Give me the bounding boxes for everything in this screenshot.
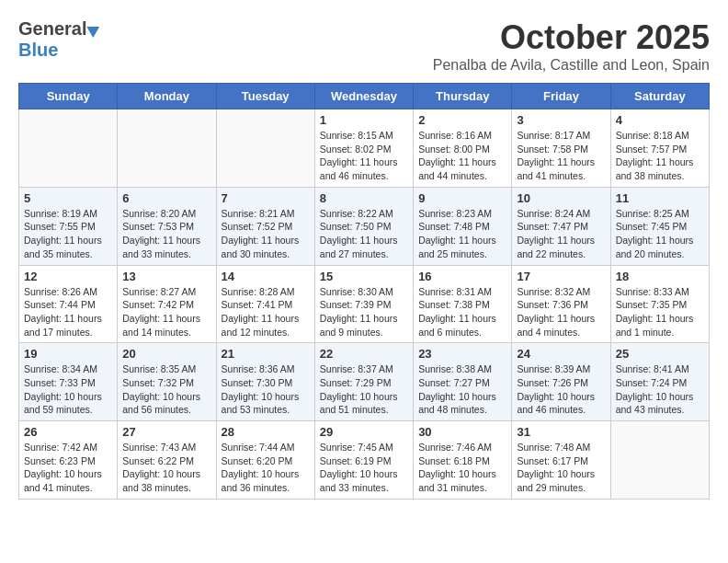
day-number: 9 — [418, 191, 506, 205]
weekday-header-wednesday: Wednesday — [314, 84, 413, 109]
weekday-header-saturday: Saturday — [610, 84, 709, 109]
day-info: Sunrise: 8:20 AM Sunset: 7:53 PM Dayligh… — [122, 207, 210, 261]
day-number: 22 — [320, 347, 408, 361]
day-number: 23 — [418, 347, 506, 361]
day-info: Sunrise: 7:44 AM Sunset: 6:20 PM Dayligh… — [222, 441, 310, 495]
day-number: 11 — [616, 191, 704, 205]
day-info: Sunrise: 8:24 AM Sunset: 7:47 PM Dayligh… — [517, 207, 605, 261]
day-info: Sunrise: 8:25 AM Sunset: 7:45 PM Dayligh… — [616, 207, 704, 261]
day-number: 13 — [122, 270, 210, 283]
calendar-cell: 12Sunrise: 8:26 AM Sunset: 7:44 PM Dayli… — [19, 265, 118, 343]
day-info: Sunrise: 7:42 AM Sunset: 6:23 PM Dayligh… — [24, 441, 112, 495]
day-info: Sunrise: 8:28 AM Sunset: 7:41 PM Dayligh… — [222, 285, 310, 339]
day-info: Sunrise: 8:15 AM Sunset: 8:02 PM Dayligh… — [320, 129, 408, 183]
day-number: 30 — [418, 425, 506, 439]
calendar-cell: 7Sunrise: 8:21 AM Sunset: 7:52 PM Daylig… — [216, 187, 314, 265]
day-info: Sunrise: 8:41 AM Sunset: 7:24 PM Dayligh… — [616, 362, 704, 417]
calendar-cell — [216, 109, 314, 188]
day-info: Sunrise: 8:33 AM Sunset: 7:35 PM Dayligh… — [616, 285, 704, 339]
day-info: Sunrise: 8:26 AM Sunset: 7:44 PM Dayligh… — [24, 285, 112, 339]
calendar-cell: 24Sunrise: 8:39 AM Sunset: 7:26 PM Dayli… — [512, 343, 610, 421]
day-number: 4 — [616, 113, 704, 127]
day-number: 16 — [418, 270, 506, 283]
calendar-cell: 6Sunrise: 8:20 AM Sunset: 7:53 PM Daylig… — [118, 187, 216, 265]
calendar-cell: 11Sunrise: 8:25 AM Sunset: 7:45 PM Dayli… — [610, 187, 709, 265]
calendar-cell: 2Sunrise: 8:16 AM Sunset: 8:00 PM Daylig… — [414, 109, 512, 188]
calendar-cell: 27Sunrise: 7:43 AM Sunset: 6:22 PM Dayli… — [118, 421, 216, 500]
day-number: 6 — [122, 191, 210, 205]
calendar-cell: 26Sunrise: 7:42 AM Sunset: 6:23 PM Dayli… — [19, 421, 118, 500]
calendar-cell — [610, 421, 709, 500]
day-info: Sunrise: 8:16 AM Sunset: 8:00 PM Dayligh… — [418, 129, 506, 183]
calendar-cell: 1Sunrise: 8:15 AM Sunset: 8:02 PM Daylig… — [314, 109, 413, 188]
day-info: Sunrise: 8:37 AM Sunset: 7:29 PM Dayligh… — [320, 362, 408, 417]
weekday-header-sunday: Sunday — [19, 84, 118, 109]
day-info: Sunrise: 8:34 AM Sunset: 7:33 PM Dayligh… — [24, 362, 112, 417]
calendar-cell: 31Sunrise: 7:48 AM Sunset: 6:17 PM Dayli… — [512, 421, 610, 500]
day-info: Sunrise: 7:45 AM Sunset: 6:19 PM Dayligh… — [320, 441, 408, 495]
month-title: October 2025 — [433, 18, 710, 57]
day-info: Sunrise: 8:35 AM Sunset: 7:32 PM Dayligh… — [122, 362, 210, 417]
calendar-cell: 23Sunrise: 8:38 AM Sunset: 7:27 PM Dayli… — [414, 343, 512, 421]
day-info: Sunrise: 8:19 AM Sunset: 7:55 PM Dayligh… — [24, 207, 112, 261]
day-info: Sunrise: 8:21 AM Sunset: 7:52 PM Dayligh… — [222, 207, 310, 261]
calendar-cell: 10Sunrise: 8:24 AM Sunset: 7:47 PM Dayli… — [512, 187, 610, 265]
calendar-cell: 30Sunrise: 7:46 AM Sunset: 6:18 PM Dayli… — [414, 421, 512, 500]
calendar: SundayMondayTuesdayWednesdayThursdayFrid… — [18, 83, 710, 500]
day-number: 5 — [24, 191, 112, 205]
day-number: 10 — [517, 191, 605, 205]
week-row-4: 26Sunrise: 7:42 AM Sunset: 6:23 PM Dayli… — [19, 421, 710, 500]
logo: General Blue — [18, 18, 100, 61]
day-number: 3 — [517, 113, 605, 127]
calendar-cell: 21Sunrise: 8:36 AM Sunset: 7:30 PM Dayli… — [216, 343, 314, 421]
day-number: 26 — [24, 425, 112, 439]
calendar-cell: 28Sunrise: 7:44 AM Sunset: 6:20 PM Dayli… — [216, 421, 314, 500]
day-info: Sunrise: 7:43 AM Sunset: 6:22 PM Dayligh… — [122, 441, 210, 495]
day-number: 28 — [222, 425, 310, 439]
calendar-cell: 29Sunrise: 7:45 AM Sunset: 6:19 PM Dayli… — [314, 421, 413, 500]
logo-general: General — [18, 18, 86, 40]
calendar-cell: 17Sunrise: 8:32 AM Sunset: 7:36 PM Dayli… — [512, 265, 610, 343]
location-title: Penalba de Avila, Castille and Leon, Spa… — [433, 57, 710, 74]
day-number: 14 — [222, 270, 310, 283]
calendar-cell: 5Sunrise: 8:19 AM Sunset: 7:55 PM Daylig… — [19, 187, 118, 265]
calendar-cell: 13Sunrise: 8:27 AM Sunset: 7:42 PM Dayli… — [118, 265, 216, 343]
calendar-cell: 3Sunrise: 8:17 AM Sunset: 7:58 PM Daylig… — [512, 109, 610, 188]
day-info: Sunrise: 8:39 AM Sunset: 7:26 PM Dayligh… — [517, 362, 605, 417]
day-info: Sunrise: 8:17 AM Sunset: 7:58 PM Dayligh… — [517, 129, 605, 183]
day-info: Sunrise: 8:36 AM Sunset: 7:30 PM Dayligh… — [222, 362, 310, 417]
title-area: October 2025 Penalba de Avila, Castille … — [433, 18, 710, 74]
day-number: 24 — [517, 347, 605, 361]
calendar-cell — [118, 109, 216, 188]
day-number: 8 — [320, 191, 408, 205]
calendar-cell: 16Sunrise: 8:31 AM Sunset: 7:38 PM Dayli… — [414, 265, 512, 343]
calendar-cell: 4Sunrise: 8:18 AM Sunset: 7:57 PM Daylig… — [610, 109, 709, 188]
day-info: Sunrise: 7:48 AM Sunset: 6:17 PM Dayligh… — [517, 441, 605, 495]
weekday-header-thursday: Thursday — [414, 84, 512, 109]
week-row-2: 12Sunrise: 8:26 AM Sunset: 7:44 PM Dayli… — [19, 265, 710, 343]
calendar-cell: 9Sunrise: 8:23 AM Sunset: 7:48 PM Daylig… — [414, 187, 512, 265]
day-number: 17 — [517, 270, 605, 283]
day-number: 18 — [616, 270, 704, 283]
day-number: 12 — [24, 270, 112, 283]
day-info: Sunrise: 8:22 AM Sunset: 7:50 PM Dayligh… — [320, 207, 408, 261]
calendar-cell: 15Sunrise: 8:30 AM Sunset: 7:39 PM Dayli… — [314, 265, 413, 343]
logo-blue: Blue — [18, 40, 58, 60]
weekday-header-tuesday: Tuesday — [216, 84, 314, 109]
calendar-cell: 19Sunrise: 8:34 AM Sunset: 7:33 PM Dayli… — [19, 343, 118, 421]
calendar-cell: 18Sunrise: 8:33 AM Sunset: 7:35 PM Dayli… — [610, 265, 709, 343]
day-number: 27 — [122, 425, 210, 439]
header: General Blue October 2025 Penalba de Avi… — [18, 18, 710, 74]
calendar-cell: 14Sunrise: 8:28 AM Sunset: 7:41 PM Dayli… — [216, 265, 314, 343]
day-info: Sunrise: 8:32 AM Sunset: 7:36 PM Dayligh… — [517, 285, 605, 339]
day-number: 15 — [320, 270, 408, 283]
day-number: 1 — [320, 113, 408, 127]
day-number: 31 — [517, 425, 605, 439]
calendar-cell: 25Sunrise: 8:41 AM Sunset: 7:24 PM Dayli… — [610, 343, 709, 421]
calendar-cell — [19, 109, 118, 188]
day-info: Sunrise: 8:27 AM Sunset: 7:42 PM Dayligh… — [122, 285, 210, 339]
week-row-3: 19Sunrise: 8:34 AM Sunset: 7:33 PM Dayli… — [19, 343, 710, 421]
day-number: 21 — [222, 347, 310, 361]
day-info: Sunrise: 8:38 AM Sunset: 7:27 PM Dayligh… — [418, 362, 506, 417]
day-number: 19 — [24, 347, 112, 361]
